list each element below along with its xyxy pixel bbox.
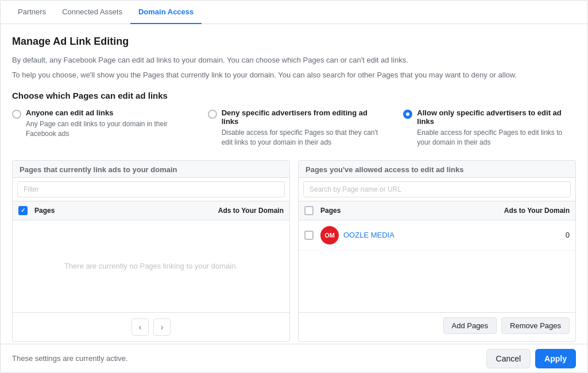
radio-group: Anyone can edit ad links Any Page can ed… bbox=[12, 108, 576, 147]
bottom-bar-actions: Cancel Apply bbox=[486, 349, 576, 368]
main-container: Partners Connected Assets Domain Access … bbox=[0, 0, 588, 373]
page-name-oozle[interactable]: OOZLE MEDIA bbox=[343, 231, 501, 239]
cancel-button[interactable]: Cancel bbox=[486, 349, 531, 368]
radio-circle-allow bbox=[403, 110, 412, 119]
description-2: To help you choose, we'll show you the P… bbox=[12, 69, 576, 81]
right-panel-rows: OM OOZLE MEDIA 0 bbox=[299, 220, 575, 312]
tab-domain-access[interactable]: Domain Access bbox=[130, 1, 202, 24]
left-panel: Pages that currently link ads to your do… bbox=[12, 160, 290, 342]
radio-anyone-desc: Any Page can edit links to your domain i… bbox=[26, 119, 185, 139]
radio-circle-anyone bbox=[12, 110, 21, 119]
right-panel-action-footer: Add Pages Remove Pages bbox=[299, 312, 575, 339]
left-panel-filter-row bbox=[13, 178, 289, 201]
right-panel-search-input[interactable] bbox=[303, 181, 571, 197]
right-panel-table-header: Pages Ads to Your Domain bbox=[299, 201, 575, 220]
radio-allow-desc: Enable access for specific Pages to edit… bbox=[417, 128, 576, 147]
right-select-all-checkbox[interactable] bbox=[304, 206, 314, 215]
right-panel-search-row bbox=[299, 178, 575, 201]
main-content: Manage Ad Link Editing By default, any F… bbox=[1, 24, 587, 353]
add-pages-button[interactable]: Add Pages bbox=[443, 317, 497, 334]
radio-deny-specific[interactable]: Deny specific advertisers from editing a… bbox=[208, 108, 381, 147]
radio-circle-deny bbox=[208, 110, 217, 119]
radio-allow-label: Allow only specific advertisers to edit … bbox=[417, 108, 576, 126]
right-panel-header: Pages you've allowed access to edit ad l… bbox=[299, 161, 575, 178]
radio-allow-text: Allow only specific advertisers to edit … bbox=[417, 108, 576, 147]
radio-anyone-text: Anyone can edit ad links Any Page can ed… bbox=[26, 108, 185, 139]
remove-pages-button[interactable]: Remove Pages bbox=[501, 317, 570, 334]
radio-allow-specific[interactable]: Allow only specific advertisers to edit … bbox=[403, 108, 576, 147]
left-panel-body: There are currently no Pages linking to … bbox=[13, 220, 289, 312]
tab-connected-assets[interactable]: Connected Assets bbox=[54, 1, 130, 24]
radio-deny-desc: Disable access for specific Pages so tha… bbox=[222, 128, 381, 147]
right-panel-select-all[interactable] bbox=[304, 206, 316, 215]
radio-anyone-label: Anyone can edit ad links bbox=[26, 108, 185, 117]
left-panel-header: Pages that currently link ads to your do… bbox=[13, 161, 289, 178]
row-check-empty[interactable] bbox=[304, 231, 314, 240]
description-1: By default, any Facebook Page can edit a… bbox=[12, 55, 576, 66]
radio-deny-label: Deny specific advertisers from editing a… bbox=[222, 108, 381, 126]
left-select-all-checkbox[interactable]: ✓ bbox=[18, 206, 28, 215]
avatar: OM bbox=[320, 226, 339, 244]
row-checkbox-oozle[interactable] bbox=[304, 231, 316, 240]
tab-partners[interactable]: Partners bbox=[10, 1, 54, 24]
left-panel-footer: ‹ › bbox=[13, 312, 289, 341]
right-col-pages-header: Pages bbox=[320, 207, 501, 215]
page-title: Manage Ad Link Editing bbox=[12, 36, 576, 48]
right-panel: Pages you've allowed access to edit ad l… bbox=[298, 160, 576, 342]
table-row: OM OOZLE MEDIA 0 bbox=[299, 220, 575, 251]
section-title: Choose which Pages can edit ad links bbox=[12, 91, 576, 100]
next-button[interactable]: › bbox=[153, 318, 171, 336]
bottom-bar: These settings are currently active. Can… bbox=[1, 344, 587, 372]
ads-count-oozle: 0 bbox=[501, 231, 570, 239]
left-panel-table-header: ✓ Pages Ads to Your Domain bbox=[13, 201, 289, 220]
left-col-ads-header: Ads to Your Domain bbox=[215, 207, 284, 215]
radio-deny-text: Deny specific advertisers from editing a… bbox=[222, 108, 381, 147]
tabs-bar: Partners Connected Assets Domain Access bbox=[1, 1, 587, 24]
right-col-ads-header: Ads to Your Domain bbox=[501, 207, 570, 215]
left-col-pages-header: Pages bbox=[34, 207, 215, 215]
apply-button[interactable]: Apply bbox=[535, 349, 576, 368]
left-panel-filter-input[interactable] bbox=[17, 181, 285, 197]
checkmark-icon: ✓ bbox=[21, 207, 25, 213]
radio-anyone[interactable]: Anyone can edit ad links Any Page can ed… bbox=[12, 108, 185, 147]
status-text: These settings are currently active. bbox=[12, 354, 128, 363]
panels: Pages that currently link ads to your do… bbox=[12, 160, 576, 342]
left-panel-select-all[interactable]: ✓ bbox=[18, 206, 30, 215]
prev-button[interactable]: ‹ bbox=[131, 318, 149, 336]
left-panel-empty-text: There are currently no Pages linking to … bbox=[53, 250, 249, 282]
